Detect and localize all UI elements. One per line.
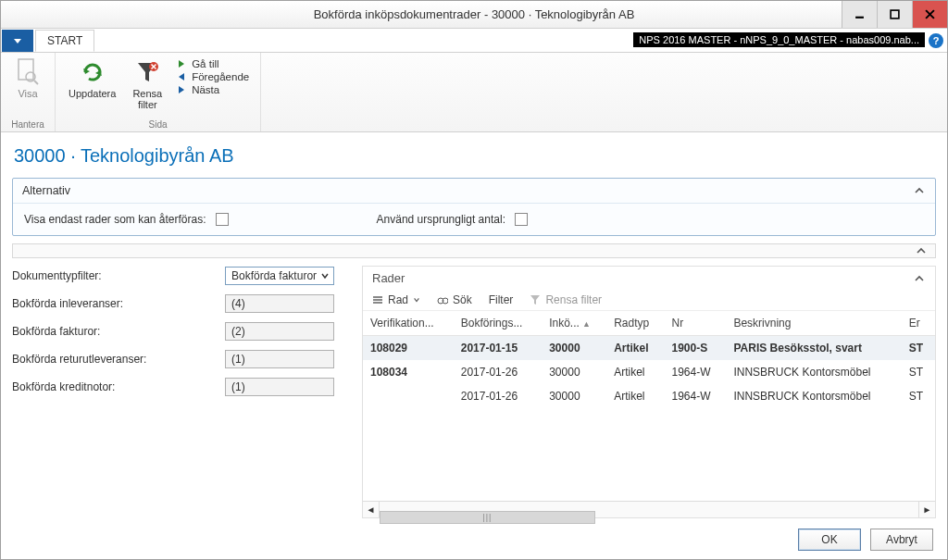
filter-button[interactable]: Filter — [489, 293, 514, 306]
cell-inkop: 30000 — [542, 336, 606, 361]
scroll-right-button[interactable]: ► — [918, 502, 935, 517]
filter-row: Bokförda kreditnotor: (1) — [12, 377, 345, 397]
cell-verifikation: 108029 — [363, 336, 454, 361]
help-icon[interactable]: ? — [929, 33, 943, 48]
nasta-link[interactable]: Nästa — [177, 84, 249, 95]
filter-label: Bokförda returutleveranser: — [12, 353, 225, 366]
rensa-filter-label: Rensa filter — [132, 88, 162, 110]
cell-beskrivning: PARIS Besöksstol, svart — [726, 336, 901, 361]
close-button[interactable] — [912, 1, 947, 28]
cell-beskrivning: INNSBRUCK Kontorsmöbel — [726, 384, 901, 408]
scroll-left-button[interactable]: ◄ — [363, 502, 380, 517]
cell-nr: 1964-W — [664, 360, 726, 384]
cell-verifikation: 108034 — [363, 360, 454, 384]
binoculars-icon — [437, 294, 448, 305]
rader-title: Rader — [372, 271, 405, 285]
grid-icon — [372, 294, 383, 305]
table-row[interactable]: 2017-01-26 30000 Artikel 1964-W INNSBRUC… — [363, 384, 935, 408]
dokumenttyp-value: Bokförda fakturor — [231, 269, 317, 282]
svg-rect-8 — [373, 302, 382, 304]
cell-radtyp: Artikel — [606, 384, 664, 408]
maximize-button[interactable] — [877, 1, 912, 28]
ribbon: Visa Hantera Uppdatera — [1, 53, 947, 132]
filter-row: Bokförda inleveranser: (4) — [12, 293, 345, 314]
chevron-up-icon — [913, 184, 926, 197]
table-row[interactable]: 108029 2017-01-15 30000 Artikel 1900-S P… — [363, 336, 935, 361]
visa-endast-label: Visa endast rader som kan återföras: — [24, 213, 206, 226]
visa-endast-checkbox[interactable] — [216, 213, 229, 226]
rad-menu[interactable]: Rad — [372, 293, 420, 306]
rader-table: Verifikation... Bokförings... Inkö...▲ R… — [363, 311, 935, 408]
ok-button[interactable]: OK — [798, 529, 861, 551]
rader-column: Rader Rad Sök Filter — [362, 266, 936, 518]
uppdatera-button[interactable]: Uppdatera — [63, 55, 121, 103]
cell-bokforings: 2017-01-15 — [454, 336, 542, 361]
filter-label: Bokförda kreditnotor: — [12, 380, 225, 393]
window-controls — [842, 1, 947, 28]
col-bokforings[interactable]: Bokförings... — [454, 311, 542, 336]
tab-start[interactable]: START — [35, 30, 94, 52]
rader-table-wrap: Verifikation... Bokförings... Inkö...▲ R… — [363, 311, 935, 408]
table-row[interactable]: 108034 2017-01-26 30000 Artikel 1964-W I… — [363, 360, 935, 384]
cell-er: ST — [902, 360, 935, 384]
col-er[interactable]: Er — [902, 311, 935, 336]
funnel-clear-icon — [530, 294, 541, 305]
filter-value-field[interactable]: (1) — [225, 350, 334, 368]
group-label-sida: Sida — [149, 119, 168, 131]
dokumenttyp-select[interactable]: Bokförda fakturor — [225, 267, 334, 285]
dialog-footer: OK Avbryt — [798, 529, 933, 551]
anvand-ursprungligt-checkbox[interactable] — [515, 213, 528, 226]
svg-rect-6 — [373, 296, 382, 298]
horizontal-scrollbar[interactable]: ◄ ||| ► — [363, 501, 935, 517]
ribbon-group-hantera: Visa Hantera — [1, 53, 56, 131]
anvand-ursprungligt-label: Använd ursprungligt antal: — [377, 213, 505, 226]
minimize-button[interactable] — [842, 1, 877, 28]
rensa-filter-button[interactable]: Rensa filter — [127, 55, 168, 114]
svg-rect-0 — [855, 17, 864, 19]
alternativ-header[interactable]: Alternativ — [13, 179, 935, 204]
col-beskrivning[interactable]: Beskrivning — [726, 311, 901, 336]
ribbon-group-sida: Uppdatera Rensa filter Gå till — [56, 53, 261, 131]
filter-row: Bokförda fakturor: (2) — [12, 321, 345, 342]
chevron-down-icon — [320, 271, 330, 280]
rader-header[interactable]: Rader — [363, 267, 935, 290]
visa-button[interactable]: Visa — [8, 55, 47, 103]
col-inkop[interactable]: Inkö...▲ — [542, 311, 606, 336]
filter-value-field[interactable]: (2) — [225, 322, 334, 341]
cell-er: ST — [902, 336, 935, 361]
col-nr[interactable]: Nr — [664, 311, 726, 336]
filter-label: Bokförda fakturor: — [12, 325, 225, 338]
cell-verifikation — [363, 384, 454, 408]
svg-line-4 — [34, 81, 38, 84]
page-nav-list: Gå till Föregående Nästa — [173, 55, 253, 99]
filter-row: Bokförda returutleveranser: (1) — [12, 349, 345, 369]
sok-button[interactable]: Sök — [437, 293, 472, 306]
chevron-up-icon — [915, 244, 928, 257]
col-verifikation[interactable]: Verifikation... — [363, 311, 454, 336]
cell-bokforings: 2017-01-26 — [454, 384, 542, 408]
sort-asc-icon: ▲ — [582, 319, 591, 329]
cell-inkop: 30000 — [542, 360, 606, 384]
cell-radtyp: Artikel — [606, 360, 664, 384]
table-header-row: Verifikation... Bokförings... Inkö...▲ R… — [363, 311, 935, 336]
collapse-bar[interactable] — [12, 243, 936, 258]
col-radtyp[interactable]: Radtyp — [606, 311, 664, 336]
filter-value-field[interactable]: (4) — [225, 294, 334, 313]
cell-inkop: 30000 — [542, 384, 606, 408]
dokumenttyp-label: Dokumenttypfilter: — [12, 269, 225, 282]
ga-till-link[interactable]: Gå till — [177, 58, 249, 69]
avbryt-button[interactable]: Avbryt — [870, 529, 933, 551]
ribbon-tabs: START NPS 2016 MASTER - nNPS_9_0_MASTER … — [1, 29, 947, 53]
uppdatera-label: Uppdatera — [69, 88, 116, 99]
svg-rect-7 — [373, 299, 382, 301]
file-menu[interactable] — [2, 30, 33, 52]
group-label-hantera: Hantera — [11, 119, 44, 131]
arrow-right-icon — [177, 85, 186, 94]
visa-label: Visa — [18, 88, 37, 99]
page-title: 30000 · Teknologibyrån AB — [14, 145, 936, 167]
scroll-thumb[interactable]: ||| — [380, 511, 595, 524]
rensa-filter-button-small[interactable]: Rensa filter — [530, 293, 602, 306]
foregaende-link[interactable]: Föregående — [177, 71, 249, 82]
document-magnify-icon — [14, 58, 42, 86]
filter-value-field[interactable]: (1) — [225, 378, 334, 396]
